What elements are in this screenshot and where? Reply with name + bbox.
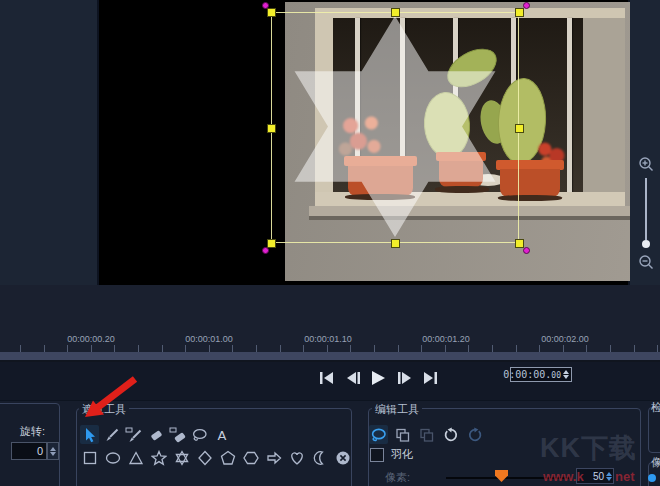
- ruler-label: 00:00:01.00: [185, 334, 233, 344]
- window-reveal: [583, 18, 625, 192]
- watermark-text: KK下载: [540, 430, 637, 466]
- zoom-slider-track[interactable]: [645, 178, 647, 240]
- ruler-label: 00:00:01.10: [304, 334, 352, 344]
- watermark-url-prefix: www.k: [543, 469, 584, 484]
- pentagon-shape-button[interactable]: [218, 448, 237, 467]
- ruler-label: 00:00:01.20: [422, 334, 470, 344]
- brush-tool-button[interactable]: [102, 425, 121, 444]
- resize-handle-bottom-mid[interactable]: [391, 239, 400, 248]
- mask-creator-window: 00:00:00.20 00:00:01.00 00:00:01.10 00:0…: [0, 0, 660, 486]
- ruler-ticks: [0, 345, 660, 352]
- zoom-slider-thumb[interactable]: [642, 240, 650, 248]
- edit-lasso-button[interactable]: [369, 425, 388, 444]
- crescent-shape-button[interactable]: [310, 448, 329, 467]
- ruler-label: 00:00:02.00: [541, 334, 589, 344]
- corner-handle-bottom-right[interactable]: [523, 247, 530, 254]
- resize-handle-bottom-left[interactable]: [267, 239, 276, 248]
- timecode-spinner[interactable]: [563, 370, 569, 379]
- ellipse-shape-button[interactable]: [103, 448, 122, 467]
- diamond-shape-button[interactable]: [195, 448, 214, 467]
- resize-handle-mid-right[interactable]: [515, 124, 524, 133]
- feather-label: 羽化: [391, 447, 413, 462]
- resize-handle-mid-left[interactable]: [267, 124, 276, 133]
- remove-shape-button[interactable]: [333, 448, 352, 467]
- paste-button[interactable]: [417, 425, 436, 444]
- next-frame-button[interactable]: [396, 370, 413, 385]
- zoom-out-icon[interactable]: [638, 254, 654, 270]
- redo-button[interactable]: [465, 425, 484, 444]
- resize-handle-top-mid[interactable]: [391, 8, 400, 17]
- right-panel-title-fragment: 检: [651, 400, 660, 415]
- window-bar: [567, 18, 572, 192]
- watermark-url-suffix: net: [615, 469, 635, 484]
- resize-handle-top-left[interactable]: [267, 8, 276, 17]
- star-shape-button[interactable]: [149, 448, 168, 467]
- ruler-label: 00:00:00.20: [67, 334, 115, 344]
- edit-tools-title: 编辑工具: [372, 402, 422, 417]
- hexagon-shape-button[interactable]: [241, 448, 260, 467]
- rotation-label: 旋转:: [20, 424, 45, 439]
- resize-handle-top-right[interactable]: [515, 8, 524, 17]
- pixels-value: 50: [593, 471, 604, 482]
- right-panel-title-fragment-2: 像: [651, 455, 660, 470]
- timecode-frames: 00: [551, 371, 561, 381]
- lasso-tool-button[interactable]: [190, 425, 209, 444]
- svg-text:A: A: [217, 428, 226, 443]
- timecode-main: 0:00:00.: [503, 369, 551, 380]
- rotation-value-field[interactable]: 0: [11, 442, 47, 460]
- resize-handle-bottom-right[interactable]: [515, 239, 524, 248]
- text-tool-button[interactable]: A: [212, 425, 231, 444]
- pixels-label: 像素:: [385, 470, 410, 485]
- select-tool-button[interactable]: [80, 425, 99, 444]
- corner-handle-top-right[interactable]: [523, 2, 530, 9]
- feather-checkbox[interactable]: [370, 448, 384, 462]
- corner-handle-bottom-left[interactable]: [262, 247, 269, 254]
- heart-shape-button[interactable]: [287, 448, 306, 467]
- mask-selection-box[interactable]: [271, 12, 519, 243]
- previous-frame-button[interactable]: [344, 370, 361, 385]
- blue-dot-icon: [648, 474, 656, 482]
- smart-eraser-tool-button[interactable]: [168, 425, 187, 444]
- pixels-spinner[interactable]: [606, 472, 612, 481]
- triangle-shape-button[interactable]: [126, 448, 145, 467]
- undo-button[interactable]: [441, 425, 460, 444]
- rectangle-shape-button[interactable]: [80, 448, 99, 467]
- preview-stage[interactable]: [97, 0, 630, 285]
- go-to-end-button[interactable]: [422, 370, 439, 385]
- eraser-tool-button[interactable]: [146, 425, 165, 444]
- smart-brush-tool-button[interactable]: [124, 425, 143, 444]
- go-to-start-button[interactable]: [318, 370, 335, 385]
- timecode-field[interactable]: 0:00:00.00: [510, 367, 572, 382]
- arrow-shape-button[interactable]: [264, 448, 283, 467]
- zoom-column: [630, 0, 660, 287]
- zoom-in-icon[interactable]: [638, 156, 654, 172]
- copy-button[interactable]: [393, 425, 412, 444]
- timeline-ruler[interactable]: 00:00:00.20 00:00:01.00 00:00:01.10 00:0…: [0, 285, 660, 352]
- timeline-scrollbar[interactable]: [0, 352, 660, 362]
- rotation-spinner[interactable]: [47, 442, 59, 460]
- hexagram-shape-button[interactable]: [172, 448, 191, 467]
- red-annotation-arrow: [80, 375, 142, 421]
- play-button[interactable]: [370, 370, 387, 385]
- preview-row: [0, 0, 660, 287]
